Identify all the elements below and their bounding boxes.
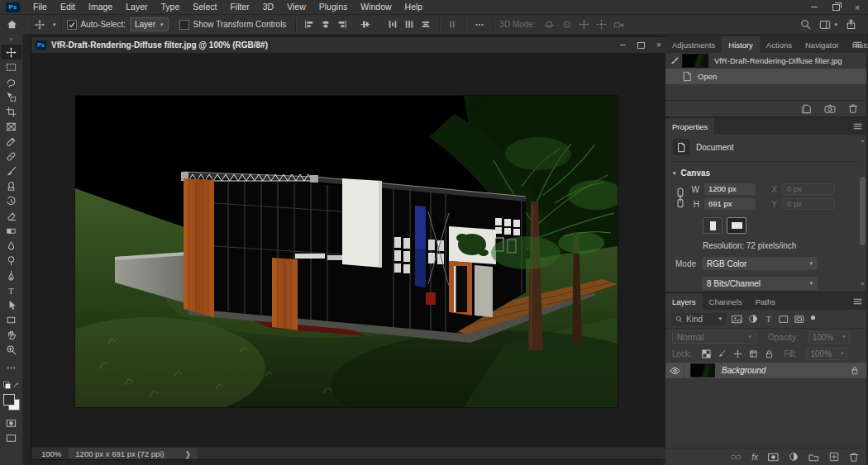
- filter-adjustment-layers-icon[interactable]: [748, 314, 758, 324]
- tool-rectangle-shape[interactable]: [1, 312, 21, 327]
- close-icon[interactable]: ×: [847, 0, 868, 14]
- tool-lasso[interactable]: [1, 74, 21, 89]
- snapshot-thumbnail[interactable]: [682, 54, 708, 68]
- tool-clone-stamp[interactable]: [1, 178, 21, 193]
- 3d-dolly-camera-icon[interactable]: [610, 15, 628, 34]
- tab-history[interactable]: History: [722, 36, 760, 53]
- layer-visibility-eye-icon[interactable]: [665, 363, 684, 378]
- properties-scrollbar[interactable]: ▲ ▼: [860, 138, 866, 287]
- bit-depth-dropdown[interactable]: 8 Bits/Channel▾: [702, 277, 818, 290]
- move-tool-caret-icon[interactable]: ▾: [53, 21, 56, 28]
- tool-path-selection[interactable]: [1, 297, 21, 312]
- more-options-icon[interactable]: [470, 15, 489, 34]
- tool-eraser[interactable]: [1, 208, 21, 223]
- align-vertical-centers-icon[interactable]: [357, 15, 374, 34]
- lock-artboard-icon[interactable]: [749, 349, 758, 358]
- background-layer-row[interactable]: Background: [665, 363, 866, 378]
- tab-layers[interactable]: Layers: [665, 293, 703, 310]
- filter-toggle-icon[interactable]: [810, 315, 816, 320]
- minimize-icon[interactable]: [804, 0, 825, 14]
- tool-history-brush[interactable]: [1, 193, 21, 208]
- 3d-roll-icon[interactable]: [558, 15, 575, 34]
- add-layer-mask-icon[interactable]: [768, 453, 779, 462]
- tool-type[interactable]: T: [1, 282, 21, 297]
- default-colors-icon[interactable]: [3, 382, 11, 389]
- swap-colors-icon[interactable]: [13, 382, 20, 389]
- history-panel-menu-icon[interactable]: [853, 41, 862, 48]
- menu-filter[interactable]: Filter: [223, 0, 255, 14]
- tab-navigator[interactable]: Navigator: [799, 36, 846, 53]
- menu-layer[interactable]: Layer: [119, 0, 154, 14]
- filter-type-layers-icon[interactable]: T: [764, 315, 773, 324]
- delete-state-trash-icon[interactable]: [848, 103, 858, 114]
- screen-mode-icon[interactable]: [1, 430, 21, 445]
- layer-thumbnail[interactable]: [690, 363, 715, 377]
- workspace-caret-icon[interactable]: ▾: [834, 21, 837, 28]
- filter-shape-layers-icon[interactable]: [779, 315, 789, 324]
- tab-adjustments[interactable]: Adjustments: [665, 36, 722, 53]
- show-transform-checkbox[interactable]: [179, 20, 189, 30]
- align-right-edges-icon[interactable]: [334, 15, 351, 34]
- filter-kind-dropdown[interactable]: Kind ▾: [671, 313, 726, 325]
- canvas-section-header[interactable]: ▾ Canvas: [673, 168, 859, 178]
- tool-eyedropper[interactable]: [1, 134, 21, 149]
- collapse-chevron-icon[interactable]: ▾: [673, 170, 676, 177]
- menu-edit[interactable]: Edit: [54, 0, 82, 14]
- home-icon[interactable]: [3, 15, 21, 34]
- new-group-folder-icon[interactable]: [808, 453, 819, 462]
- edit-toolbar-icon[interactable]: [1, 360, 21, 375]
- 3d-slide-icon[interactable]: [593, 15, 610, 34]
- lock-transparent-pixels-icon[interactable]: [702, 349, 711, 358]
- menu-file[interactable]: File: [26, 0, 54, 14]
- tool-spot-healing-brush[interactable]: [1, 149, 21, 164]
- layers-panel-menu-icon[interactable]: [853, 298, 862, 305]
- distribute-center-icon[interactable]: [401, 15, 417, 34]
- history-step-open[interactable]: Open: [665, 69, 866, 84]
- tab-actions[interactable]: Actions: [760, 36, 799, 53]
- properties-panel-menu-icon[interactable]: [853, 123, 862, 130]
- tab-paths[interactable]: Paths: [749, 293, 782, 310]
- 3d-orbit-icon[interactable]: [541, 15, 558, 34]
- doc-maximize-icon[interactable]: [632, 37, 650, 53]
- color-mode-dropdown[interactable]: RGB Color▾: [702, 257, 818, 270]
- 3d-pan-icon[interactable]: [575, 15, 593, 34]
- scroll-up-icon[interactable]: ▲: [860, 138, 866, 143]
- menu-type[interactable]: Type: [154, 0, 186, 14]
- canvas[interactable]: [75, 96, 618, 407]
- scrollbar-thumb[interactable]: [860, 177, 866, 245]
- menu-view[interactable]: View: [280, 0, 312, 14]
- tool-rectangular-marquee[interactable]: [1, 59, 21, 74]
- auto-select-dropdown[interactable]: Layer▾: [130, 17, 169, 31]
- foreground-color-swatch[interactable]: [3, 394, 15, 406]
- filter-smart-objects-icon[interactable]: [794, 315, 804, 324]
- lock-all-icon[interactable]: [765, 349, 774, 358]
- search-icon[interactable]: [800, 19, 811, 30]
- delete-layer-trash-icon[interactable]: [849, 452, 859, 463]
- menu-3d[interactable]: 3D: [256, 0, 280, 14]
- new-layer-icon[interactable]: [829, 452, 839, 462]
- tool-brush[interactable]: [1, 164, 21, 178]
- layer-name[interactable]: Background: [722, 366, 765, 375]
- collapse-tools-icon[interactable]: »: [9, 35, 12, 45]
- filter-pixel-layers-icon[interactable]: [732, 315, 742, 324]
- new-document-from-state-icon[interactable]: [801, 104, 812, 114]
- tool-hand[interactable]: [1, 327, 21, 342]
- history-brush-source-icon[interactable]: [665, 56, 682, 65]
- menu-plugins[interactable]: Plugins: [312, 0, 354, 14]
- distribute-left-icon[interactable]: [384, 15, 401, 34]
- new-snapshot-camera-icon[interactable]: [824, 104, 836, 113]
- lock-image-pixels-icon[interactable]: [718, 349, 727, 358]
- zoom-level-field[interactable]: 100%: [31, 449, 69, 458]
- status-options-chevron-icon[interactable]: ❱: [173, 449, 191, 458]
- menu-select[interactable]: Select: [186, 0, 223, 14]
- tool-zoom[interactable]: [1, 342, 21, 357]
- tool-blur[interactable]: [1, 238, 21, 253]
- tool-object-selection[interactable]: [1, 89, 21, 104]
- tool-move[interactable]: [1, 45, 21, 59]
- height-field[interactable]: 691 px: [704, 198, 756, 210]
- new-adjustment-layer-icon[interactable]: [789, 452, 799, 462]
- history-snapshot-row[interactable]: VfR-Draft-Rendering-Diffuse filter.jpg: [665, 53, 866, 69]
- scroll-down-icon[interactable]: ▼: [860, 282, 866, 287]
- link-layers-icon[interactable]: [730, 453, 742, 461]
- landscape-orientation-button[interactable]: [727, 217, 746, 234]
